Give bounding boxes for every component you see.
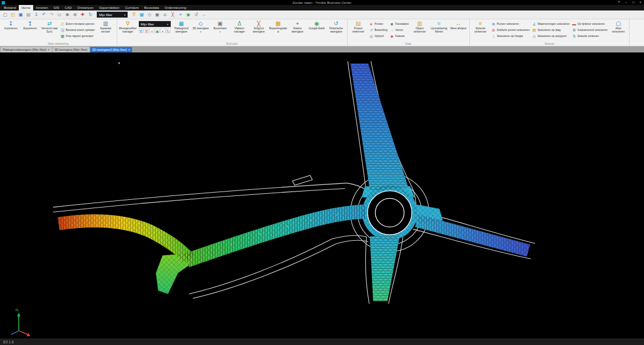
surface-button[interactable]: Δ — [161, 11, 169, 18]
axes-widget[interactable]: N — [11, 308, 30, 336]
menu-tab-corridors[interactable]: Corridors — [122, 5, 142, 10]
menu-tab-inmeten[interactable]: Inmeten — [33, 5, 51, 10]
selection-explorer-button[interactable]: ≡Selectie verkenner — [471, 20, 490, 42]
plan-view-button[interactable]: ▦Plattegrond weergave — [172, 20, 191, 42]
history-button[interactable]: ↺ — [192, 11, 200, 18]
filter-visibility-button[interactable]: ◉ — [155, 28, 160, 33]
photo-report-generator-button[interactable]: ▦Foto rapport generator — [60, 33, 95, 39]
select-by-layer-button[interactable]: ▤Selecteren op laag — [532, 27, 569, 33]
help-button[interactable]: ? — [615, 0, 622, 5]
measure-distance-button[interactable]: ↔Meet afstand — [449, 20, 468, 42]
select-observations-button[interactable]: ∠Waarnemingen selecteren — [532, 21, 569, 26]
pan-button[interactable]: ✚ — [79, 11, 86, 18]
optical-button[interactable]: ◎Optisch — [369, 33, 388, 39]
menu-tab-bestand[interactable]: Bestand — [1, 5, 19, 10]
redo-button[interactable]: ↷ — [48, 11, 55, 18]
cutting-view-button[interactable]: ╳Snijpunt weergave — [249, 20, 269, 42]
select-all-button[interactable]: ▢Alles selecteren — [609, 20, 628, 42]
sync-icon: ⇄ — [47, 20, 51, 26]
select-by-elevation-button[interactable]: ↕Selecteren op hoogte — [491, 33, 530, 39]
advanced-select-button[interactable]: ⚙Geavanceerd selecteren — [572, 27, 608, 33]
quick-access-toolbar: ▢◱▣▤↧↶↷▭⊕⊖✚↻Mijn filter▾∇▦◇▣Δ╳⌖◉↺↔ — [0, 10, 644, 19]
undo-button[interactable]: ↶ — [40, 11, 48, 18]
select-duplicate-points-button[interactable]: ⊚Dubbele punten selecteren — [491, 27, 530, 33]
feature-button[interactable]: ◆Feature — [390, 33, 409, 39]
surface-manager-button[interactable]: ΔVlakken manager — [230, 20, 249, 42]
device-pane-button[interactable]: ▥Apparaat venster — [96, 20, 116, 42]
close-button[interactable]: × — [637, 0, 644, 5]
document-tab-bar: Plattegrondweergave [Mijn filter]×3D-wee… — [0, 46, 644, 52]
filter-new-button[interactable]: ∇ — [139, 28, 144, 33]
export-button[interactable]: ↥Exporteren — [20, 20, 40, 42]
line-marking-filter-button[interactable]: ≈Lijnmarkering filteren — [430, 20, 449, 42]
feature-icon: ◆ — [390, 34, 394, 38]
select-observations-icon: ∠ — [532, 22, 536, 26]
3d-view-button[interactable]: ◇ — [146, 11, 153, 18]
earth-button[interactable]: ◉ — [185, 11, 192, 18]
close-tab-icon[interactable]: × — [128, 48, 130, 51]
editing-button[interactable]: ↗Bewerking — [369, 27, 388, 33]
menu-tab-cad[interactable]: CAD — [62, 5, 75, 10]
import-button[interactable]: ↧Importeren — [1, 20, 20, 42]
ribbon-group-snel-plan: ∇Weergavefilter managerMijn filter▾∇∇≡◉▪… — [117, 19, 348, 46]
ribbon-group-label: Data uitwisseling — [1, 42, 116, 46]
filter-lock-button[interactable]: ▪ — [160, 28, 165, 33]
close-tab-icon[interactable]: × — [48, 48, 50, 51]
send-to-sync-button[interactable]: ⇄Verzend naar Sync — [40, 20, 59, 42]
menu-tab-gis[interactable]: GIS — [51, 5, 62, 10]
print-button[interactable]: ▤ — [25, 11, 32, 18]
menu-tab-ondersteuning[interactable]: Ondersteuning — [162, 5, 189, 10]
ribbon-filter-select[interactable]: Mijn filter▾ — [139, 21, 171, 27]
save-external-file-button[interactable]: ◲Bestand extern opslaan — [60, 27, 95, 33]
view-filter-manager-button[interactable]: ∇Weergavefilter manager — [118, 20, 138, 42]
measure-button[interactable]: ↔ — [200, 11, 207, 18]
open-project-button[interactable]: ◱ — [9, 11, 17, 18]
google-earth-button[interactable]: ◉Google Earth — [307, 20, 327, 42]
open-external-file-button[interactable]: ◰Extern bestand openen — [60, 21, 95, 26]
new-project-button[interactable]: ▢ — [2, 11, 9, 18]
menu-tab-ontwerpen[interactable]: Ontwerpen — [75, 5, 96, 10]
zoom-in-button[interactable]: ⊕ — [64, 11, 71, 18]
cut-view-button[interactable]: ╳ — [169, 11, 176, 18]
minimize-button[interactable]: – — [622, 0, 630, 5]
invert-selection-button[interactable]: ⇅Selectie omkeren — [572, 33, 608, 39]
zoom-extents-button[interactable]: ▭ — [56, 11, 63, 18]
constraint-data-button[interactable]: ▩Beperkingsdata — [269, 20, 288, 42]
colored-surface-model — [59, 63, 530, 301]
doc-tab-3d-weergave2-mijn-filter[interactable]: 3D-weergave2 [Mijn filter]× — [90, 47, 132, 52]
top-view-button[interactable]: ▣Bovenkant▾ — [211, 20, 230, 42]
object-explorer-button[interactable]: ▥Object verkenner — [410, 20, 430, 42]
filter-refresh-button[interactable]: ↻ — [166, 28, 171, 33]
doc-tab-plattegrondweergave-mijn-filter[interactable]: Plattegrondweergave [Mijn filter]× — [1, 47, 52, 52]
3d-view-button[interactable]: ◇3D weergave▾ — [191, 20, 211, 42]
menu-tab-home[interactable]: Home — [19, 5, 33, 10]
top-view-button[interactable]: ▣ — [154, 11, 161, 18]
select-line-color-icon: ▬ — [572, 22, 577, 26]
filter-edit-button[interactable]: ∇ — [144, 28, 149, 33]
view-filter-select[interactable]: Mijn filter▾ — [97, 12, 128, 18]
zoom-out-button[interactable]: ⊖ — [71, 11, 78, 18]
station-view-button[interactable]: ⌖Station weergave — [288, 20, 307, 42]
doc-tab-3d-weergave-mijn-filter[interactable]: 3D-weergave [Mijn filter] — [53, 47, 90, 52]
filter-layers-button[interactable]: ≡ — [149, 28, 154, 33]
vector-button[interactable]: →Vector — [390, 27, 409, 33]
button-label: Snijpunt weergave — [250, 27, 268, 33]
plan-view-button[interactable]: ▦ — [138, 11, 145, 18]
save-button[interactable]: ▣ — [17, 11, 24, 18]
import-button[interactable]: ↧ — [33, 11, 40, 18]
station-view-button[interactable]: ⌖ — [177, 11, 184, 18]
canvas-area[interactable]: N — [0, 52, 644, 338]
maximize-button[interactable]: □ — [630, 0, 637, 5]
orbit-button[interactable]: ↻ — [87, 11, 94, 18]
project-explorer-button[interactable]: ▤Project verkenner — [349, 20, 368, 42]
select-by-polygon-button[interactable]: ◇Selecteren op polygoon — [532, 33, 569, 39]
select-points-button[interactable]: ⊕Punten selecteren — [491, 21, 530, 26]
select-by-line-color-button[interactable]: ▬Op lijnkleur selecteren — [572, 21, 608, 26]
historic-view-button[interactable]: ↺Historische weergave — [327, 20, 346, 42]
selection-marker[interactable] — [118, 62, 120, 64]
view-filter-button[interactable]: ∇ — [130, 11, 138, 18]
menu-tab-bouwdata[interactable]: Bouwdata — [142, 5, 162, 10]
menu-tab-oppervlakken[interactable]: Oppervlakken — [96, 5, 122, 10]
points-button[interactable]: ∗Punten — [369, 21, 388, 26]
photo-station-button[interactable]: ◙Fotostation — [390, 21, 409, 26]
